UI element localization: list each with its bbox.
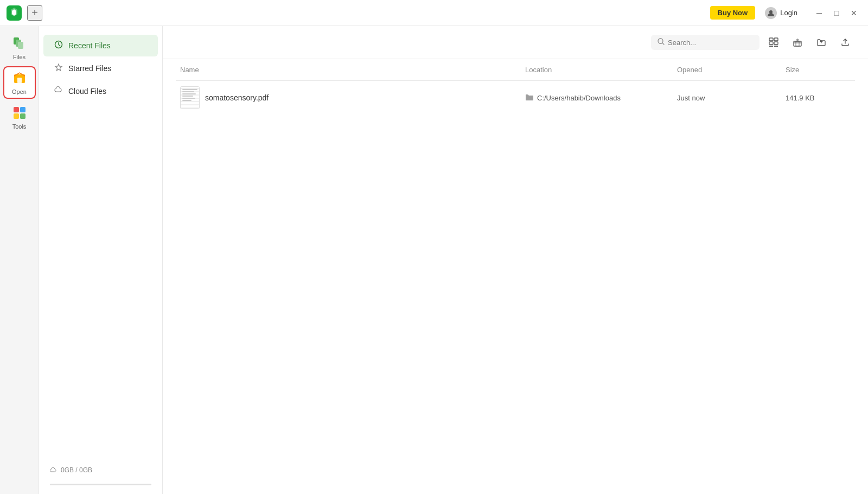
close-button[interactable]: ✕ bbox=[846, 5, 861, 21]
login-avatar-icon bbox=[765, 7, 777, 19]
buy-now-button[interactable]: Buy Now bbox=[710, 6, 756, 20]
sidebar-item-files[interactable]: Files bbox=[3, 31, 36, 64]
login-label: Login bbox=[780, 9, 797, 17]
file-name-cell: somatosensory.pdf bbox=[180, 86, 525, 109]
grid-view-button[interactable] bbox=[764, 33, 783, 52]
open-icon bbox=[11, 70, 28, 86]
col-opened: Opened bbox=[677, 66, 786, 74]
svg-rect-6 bbox=[17, 78, 22, 83]
folder-export-button[interactable] bbox=[812, 33, 831, 52]
svg-rect-20 bbox=[796, 41, 799, 46]
file-list-header: Name Location Opened Size bbox=[176, 59, 855, 81]
svg-rect-17 bbox=[769, 46, 773, 47]
add-tab-button[interactable]: + bbox=[27, 5, 42, 21]
cloud-storage-icon bbox=[50, 466, 58, 474]
svg-rect-14 bbox=[774, 38, 778, 41]
sidebar-tools-label: Tools bbox=[12, 123, 27, 130]
grid-view-icon bbox=[769, 37, 778, 47]
sidebar-files-label: Files bbox=[13, 54, 25, 60]
file-opened-cell: Just now bbox=[677, 94, 786, 102]
gift-button[interactable] bbox=[788, 33, 807, 52]
recent-icon bbox=[54, 40, 63, 51]
storage-bar bbox=[50, 484, 151, 485]
search-icon bbox=[658, 38, 665, 47]
svg-rect-7 bbox=[14, 107, 19, 112]
storage-label: 0GB / 0GB bbox=[61, 466, 92, 474]
titlebar-left: + bbox=[7, 5, 42, 21]
cloud-icon bbox=[54, 86, 63, 97]
sidebar-item-starred[interactable]: Starred Files bbox=[43, 58, 158, 79]
sidebar-item-tools[interactable]: Tools bbox=[3, 101, 36, 134]
svg-rect-4 bbox=[18, 42, 23, 49]
col-location: Location bbox=[525, 66, 677, 74]
titlebar: + Buy Now Login ─ □ ✕ bbox=[0, 0, 868, 26]
col-name: Name bbox=[180, 66, 525, 74]
gift-icon bbox=[793, 37, 802, 47]
icon-sidebar: Files Open Tools bbox=[0, 26, 39, 494]
svg-rect-15 bbox=[769, 42, 773, 45]
svg-rect-16 bbox=[774, 42, 778, 45]
file-location-cell: C:/Users/habib/Downloads bbox=[525, 93, 677, 103]
cloud-files-label: Cloud Files bbox=[68, 87, 106, 96]
file-location: C:/Users/habib/Downloads bbox=[537, 94, 621, 102]
app-logo-icon bbox=[7, 5, 22, 21]
main-content: Name Location Opened Size bbox=[163, 26, 868, 494]
main-layout: Files Open Tools bbox=[0, 26, 868, 494]
file-name: somatosensory.pdf bbox=[205, 93, 269, 102]
minimize-button[interactable]: ─ bbox=[812, 5, 827, 21]
titlebar-right: Buy Now Login ─ □ ✕ bbox=[710, 4, 861, 22]
svg-rect-18 bbox=[774, 46, 778, 47]
svg-rect-10 bbox=[20, 113, 25, 119]
svg-rect-8 bbox=[20, 107, 25, 112]
table-row[interactable]: somatosensory.pdf C:/Users/habib/Downloa… bbox=[176, 81, 855, 115]
upload-button[interactable] bbox=[835, 33, 855, 52]
sidebar-item-recent[interactable]: Recent Files bbox=[43, 35, 158, 56]
search-box[interactable] bbox=[651, 35, 760, 50]
folder-icon bbox=[525, 93, 534, 103]
file-size: 141.9 KB bbox=[786, 94, 815, 102]
secondary-sidebar: Recent Files Starred Files Cloud Files bbox=[39, 26, 163, 494]
sidebar-item-open[interactable]: Open bbox=[3, 66, 36, 99]
storage-info: 0GB / 0GB bbox=[39, 460, 162, 480]
svg-rect-19 bbox=[794, 41, 801, 46]
pdf-thumbnail bbox=[180, 86, 200, 109]
svg-rect-9 bbox=[14, 113, 19, 119]
upload-icon bbox=[840, 37, 850, 47]
content-toolbar bbox=[163, 26, 868, 59]
maximize-button[interactable]: □ bbox=[829, 5, 844, 21]
file-list-area: Name Location Opened Size bbox=[163, 59, 868, 494]
sidebar-open-label: Open bbox=[12, 88, 27, 95]
star-icon bbox=[54, 63, 63, 74]
file-opened: Just now bbox=[677, 94, 705, 102]
sidebar-item-cloud[interactable]: Cloud Files bbox=[43, 80, 158, 102]
files-icon bbox=[11, 35, 28, 52]
search-input[interactable] bbox=[668, 39, 753, 47]
svg-rect-13 bbox=[769, 38, 773, 41]
file-size-cell: 141.9 KB bbox=[786, 94, 851, 102]
recent-files-label: Recent Files bbox=[68, 41, 111, 50]
starred-files-label: Starred Files bbox=[68, 64, 111, 73]
folder-export-icon bbox=[816, 37, 826, 47]
col-size: Size bbox=[786, 66, 851, 74]
login-button[interactable]: Login bbox=[760, 4, 803, 22]
window-controls: ─ □ ✕ bbox=[812, 5, 861, 21]
tools-icon bbox=[11, 105, 28, 121]
